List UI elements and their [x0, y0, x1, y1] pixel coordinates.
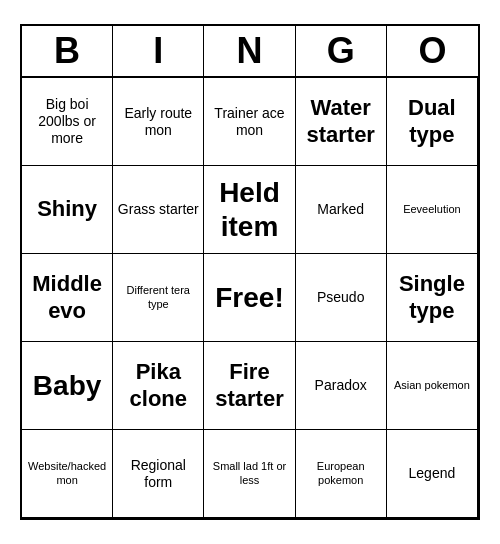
header-letter: B: [22, 26, 113, 76]
bingo-cell: Big boi 200lbs or more: [22, 78, 113, 166]
bingo-cell: Fire starter: [204, 342, 295, 430]
bingo-cell: Marked: [296, 166, 387, 254]
bingo-header: BINGO: [22, 26, 478, 78]
bingo-cell: Trainer ace mon: [204, 78, 295, 166]
bingo-cell: Different tera type: [113, 254, 204, 342]
header-letter: O: [387, 26, 478, 76]
bingo-cell: Shiny: [22, 166, 113, 254]
bingo-cell: Middle evo: [22, 254, 113, 342]
bingo-card: BINGO Big boi 200lbs or moreEarly route …: [20, 24, 480, 520]
bingo-cell: Asian pokemon: [387, 342, 478, 430]
bingo-cell: Early route mon: [113, 78, 204, 166]
header-letter: N: [204, 26, 295, 76]
bingo-cell: Dual type: [387, 78, 478, 166]
bingo-cell: Regional form: [113, 430, 204, 518]
bingo-cell: Website/hacked mon: [22, 430, 113, 518]
bingo-cell: Baby: [22, 342, 113, 430]
bingo-cell: European pokemon: [296, 430, 387, 518]
bingo-cell: Single type: [387, 254, 478, 342]
bingo-cell: Pika clone: [113, 342, 204, 430]
bingo-cell: Free!: [204, 254, 295, 342]
bingo-cell: Paradox: [296, 342, 387, 430]
bingo-cell: Held item: [204, 166, 295, 254]
header-letter: I: [113, 26, 204, 76]
header-letter: G: [296, 26, 387, 76]
bingo-grid: Big boi 200lbs or moreEarly route monTra…: [22, 78, 478, 518]
bingo-cell: Pseudo: [296, 254, 387, 342]
bingo-cell: Water starter: [296, 78, 387, 166]
bingo-cell: Legend: [387, 430, 478, 518]
bingo-cell: Small lad 1ft or less: [204, 430, 295, 518]
bingo-cell: Eeveelution: [387, 166, 478, 254]
bingo-cell: Grass starter: [113, 166, 204, 254]
